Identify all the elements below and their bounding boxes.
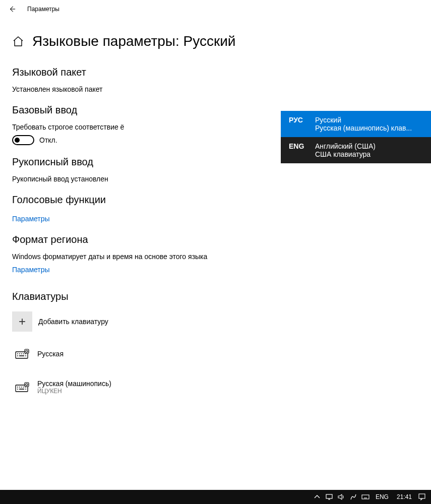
section-heading: Формат региона <box>12 234 419 245</box>
svg-point-18 <box>25 389 26 390</box>
svg-point-12 <box>17 387 18 388</box>
tray-volume-button[interactable] <box>335 490 347 504</box>
keyboard-list: + Добавить клавиатуру Русская <box>12 311 419 400</box>
svg-rect-22 <box>326 494 332 498</box>
input-switcher-item[interactable]: РУС Русский Русская (машинопись) клав... <box>281 111 431 137</box>
tray-clock[interactable]: 21:41 <box>393 493 416 500</box>
region-status: Windows форматирует даты и время на осно… <box>12 253 419 261</box>
svg-point-14 <box>21 387 22 388</box>
svg-rect-23 <box>362 495 369 499</box>
arrow-left-icon <box>9 6 16 13</box>
page-header: Языковые параметры: Русский <box>12 33 419 49</box>
lang-pack-status: Установлен языковой пакет <box>12 85 419 93</box>
tray-keyboard-button[interactable] <box>359 490 372 504</box>
keyboard-name: Русская <box>37 350 64 358</box>
svg-rect-19 <box>19 389 24 390</box>
back-button[interactable] <box>4 1 20 17</box>
keyboard-icon <box>361 493 370 501</box>
svg-point-2 <box>19 353 20 354</box>
tray-punto-button[interactable] <box>347 490 359 504</box>
section-heading: Голосовые функции <box>12 194 419 206</box>
lang-name: Английский (США) <box>315 142 376 150</box>
input-switcher-flyout: РУС Русский Русская (машинопись) клав...… <box>281 111 431 163</box>
toggle-state-label: Откл. <box>39 136 57 144</box>
action-center-icon <box>418 493 426 501</box>
strict-yo-toggle[interactable] <box>12 135 34 145</box>
titlebar: Параметры <box>0 0 431 18</box>
section-heading: Языковой пакет <box>12 67 419 78</box>
section-heading: Клавиатуры <box>12 291 419 302</box>
tray-action-center-button[interactable] <box>416 490 428 504</box>
volume-icon <box>337 493 345 501</box>
section-keyboards: Клавиатуры + Добавить клавиатуру <box>12 291 419 400</box>
network-icon <box>325 493 333 501</box>
keyboard-item[interactable]: Русская <box>12 341 419 367</box>
plus-icon: + <box>12 311 32 332</box>
chevron-up-icon <box>313 493 321 501</box>
lang-name: Русский <box>315 116 412 124</box>
lang-code: РУС <box>289 116 315 132</box>
svg-point-13 <box>19 387 20 388</box>
input-switcher-item[interactable]: ENG Английский (США) США клавиатура <box>281 137 431 163</box>
handwriting-status: Рукописный ввод установлен <box>12 175 419 183</box>
lang-layout: США клавиатура <box>315 150 376 158</box>
svg-point-1 <box>17 353 18 354</box>
section-lang-pack: Языковой пакет Установлен языковой пакет <box>12 67 419 93</box>
svg-point-3 <box>21 353 22 354</box>
svg-point-15 <box>23 387 24 388</box>
keyboard-sub: ЙЦУКЕН <box>37 388 111 395</box>
lang-layout: Русская (машинопись) клав... <box>315 124 412 132</box>
section-region: Формат региона Windows форматирует даты … <box>12 234 419 274</box>
keyboard-item[interactable]: Русская (машинопись) ЙЦУКЕН <box>12 374 419 400</box>
section-speech: Голосовые функции Параметры <box>12 194 419 223</box>
lang-code: ENG <box>289 142 315 158</box>
keyboard-name: Русская (машинопись) <box>37 380 111 388</box>
svg-rect-9 <box>25 349 29 353</box>
punto-icon <box>349 493 357 501</box>
svg-point-7 <box>25 355 26 356</box>
home-button[interactable] <box>12 35 24 47</box>
keyboard-icon <box>12 377 32 397</box>
tray-network-button[interactable] <box>323 490 335 504</box>
home-icon <box>12 35 24 47</box>
svg-rect-24 <box>419 494 425 498</box>
add-keyboard-label: Добавить клавиатуру <box>38 318 108 326</box>
svg-point-17 <box>17 389 18 390</box>
tray-overflow-button[interactable] <box>311 490 323 504</box>
add-keyboard-button[interactable]: + Добавить клавиатуру <box>12 311 419 332</box>
speech-settings-link[interactable]: Параметры <box>12 215 50 223</box>
keyboard-icon <box>12 344 32 364</box>
app-title: Параметры <box>27 6 59 13</box>
svg-point-4 <box>23 353 24 354</box>
region-settings-link[interactable]: Параметры <box>12 266 50 274</box>
svg-point-6 <box>17 355 18 356</box>
svg-rect-20 <box>25 383 29 387</box>
taskbar: ENG 21:41 <box>0 490 431 504</box>
tray-language-button[interactable]: ENG <box>372 493 393 500</box>
content-area: Языковые параметры: Русский Языковой пак… <box>0 18 431 400</box>
page-title: Языковые параметры: Русский <box>32 33 235 49</box>
svg-rect-8 <box>19 355 24 356</box>
